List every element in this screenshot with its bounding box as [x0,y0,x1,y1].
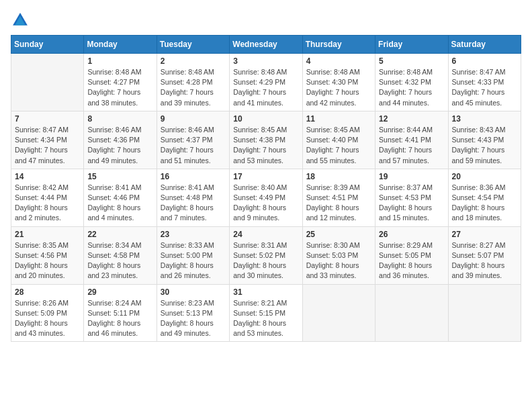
calendar-cell: 1Sunrise: 8:48 AM Sunset: 4:27 PM Daylig… [84,54,157,111]
day-of-week-header: Saturday [448,36,521,54]
calendar-cell: 2Sunrise: 8:48 AM Sunset: 4:28 PM Daylig… [157,54,229,111]
day-info: Sunrise: 8:36 AM Sunset: 4:54 PM Dayligh… [452,183,517,224]
day-info: Sunrise: 8:48 AM Sunset: 4:29 PM Dayligh… [233,67,298,108]
day-info: Sunrise: 8:44 AM Sunset: 4:41 PM Dayligh… [379,125,444,166]
day-number: 11 [306,114,371,124]
calendar-cell [375,284,448,342]
calendar-cell: 3Sunrise: 8:48 AM Sunset: 4:29 PM Daylig… [230,54,302,111]
day-of-week-header: Wednesday [230,36,302,54]
day-info: Sunrise: 8:43 AM Sunset: 4:43 PM Dayligh… [452,125,517,166]
day-info: Sunrise: 8:47 AM Sunset: 4:33 PM Dayligh… [452,67,517,108]
day-number: 18 [306,172,371,181]
day-number: 23 [161,230,226,239]
day-info: Sunrise: 8:31 AM Sunset: 5:02 PM Dayligh… [233,240,298,281]
day-number: 22 [87,230,152,239]
day-number: 28 [15,287,80,297]
calendar-cell: 20Sunrise: 8:36 AM Sunset: 4:54 PM Dayli… [448,169,521,226]
day-number: 15 [87,172,152,181]
day-number: 3 [233,56,298,66]
calendar-cell [448,284,521,342]
day-info: Sunrise: 8:45 AM Sunset: 4:38 PM Dayligh… [233,125,298,166]
day-info: Sunrise: 8:27 AM Sunset: 5:07 PM Dayligh… [452,240,517,281]
day-info: Sunrise: 8:33 AM Sunset: 5:00 PM Dayligh… [161,240,226,281]
calendar-cell: 4Sunrise: 8:48 AM Sunset: 4:30 PM Daylig… [302,54,375,111]
day-of-week-header: Thursday [302,36,375,54]
day-number: 1 [87,56,152,66]
calendar-cell: 29Sunrise: 8:24 AM Sunset: 5:11 PM Dayli… [84,284,157,342]
calendar-week-row: 7Sunrise: 8:47 AM Sunset: 4:34 PM Daylig… [11,111,521,169]
logo [11,11,32,30]
calendar-cell: 9Sunrise: 8:46 AM Sunset: 4:37 PM Daylig… [157,111,229,169]
calendar-table: SundayMondayTuesdayWednesdayThursdayFrid… [11,35,521,342]
calendar-cell: 6Sunrise: 8:47 AM Sunset: 4:33 PM Daylig… [448,54,521,111]
day-info: Sunrise: 8:37 AM Sunset: 4:53 PM Dayligh… [379,183,444,224]
page-header [11,11,521,30]
calendar-week-row: 28Sunrise: 8:26 AM Sunset: 5:09 PM Dayli… [11,284,521,342]
day-number: 26 [379,230,444,239]
calendar-header-row: SundayMondayTuesdayWednesdayThursdayFrid… [11,36,521,54]
day-info: Sunrise: 8:41 AM Sunset: 4:46 PM Dayligh… [87,183,152,224]
day-info: Sunrise: 8:45 AM Sunset: 4:40 PM Dayligh… [306,125,371,166]
day-number: 8 [87,114,152,124]
day-info: Sunrise: 8:48 AM Sunset: 4:27 PM Dayligh… [87,67,152,108]
day-number: 14 [15,172,80,181]
calendar-cell: 27Sunrise: 8:27 AM Sunset: 5:07 PM Dayli… [448,226,521,284]
day-number: 9 [161,114,226,124]
day-number: 24 [233,230,298,239]
day-number: 13 [452,114,517,124]
day-info: Sunrise: 8:30 AM Sunset: 5:03 PM Dayligh… [306,240,371,281]
day-info: Sunrise: 8:21 AM Sunset: 5:15 PM Dayligh… [233,298,298,339]
calendar-cell: 15Sunrise: 8:41 AM Sunset: 4:46 PM Dayli… [84,169,157,226]
calendar-cell: 22Sunrise: 8:34 AM Sunset: 4:58 PM Dayli… [84,226,157,284]
day-info: Sunrise: 8:39 AM Sunset: 4:51 PM Dayligh… [306,183,371,224]
calendar-cell: 24Sunrise: 8:31 AM Sunset: 5:02 PM Dayli… [230,226,302,284]
day-info: Sunrise: 8:48 AM Sunset: 4:32 PM Dayligh… [379,67,444,108]
calendar-cell: 18Sunrise: 8:39 AM Sunset: 4:51 PM Dayli… [302,169,375,226]
calendar-cell: 12Sunrise: 8:44 AM Sunset: 4:41 PM Dayli… [375,111,448,169]
day-info: Sunrise: 8:26 AM Sunset: 5:09 PM Dayligh… [15,298,80,339]
day-number: 25 [306,230,371,239]
day-number: 31 [233,287,298,297]
calendar-cell: 19Sunrise: 8:37 AM Sunset: 4:53 PM Dayli… [375,169,448,226]
day-number: 7 [15,114,80,124]
calendar-week-row: 21Sunrise: 8:35 AM Sunset: 4:56 PM Dayli… [11,226,521,284]
day-number: 5 [379,56,444,66]
calendar-cell [11,54,84,111]
calendar-cell: 28Sunrise: 8:26 AM Sunset: 5:09 PM Dayli… [11,284,84,342]
day-info: Sunrise: 8:48 AM Sunset: 4:30 PM Dayligh… [306,67,371,108]
calendar-cell: 16Sunrise: 8:41 AM Sunset: 4:48 PM Dayli… [157,169,229,226]
day-number: 6 [452,56,517,66]
day-info: Sunrise: 8:24 AM Sunset: 5:11 PM Dayligh… [87,298,152,339]
day-number: 20 [452,172,517,181]
calendar-week-row: 1Sunrise: 8:48 AM Sunset: 4:27 PM Daylig… [11,54,521,111]
calendar-cell [302,284,375,342]
day-number: 16 [161,172,226,181]
calendar-cell: 14Sunrise: 8:42 AM Sunset: 4:44 PM Dayli… [11,169,84,226]
calendar-cell: 11Sunrise: 8:45 AM Sunset: 4:40 PM Dayli… [302,111,375,169]
calendar-cell: 31Sunrise: 8:21 AM Sunset: 5:15 PM Dayli… [230,284,302,342]
day-number: 21 [15,230,80,239]
calendar-cell: 10Sunrise: 8:45 AM Sunset: 4:38 PM Dayli… [230,111,302,169]
calendar-cell: 13Sunrise: 8:43 AM Sunset: 4:43 PM Dayli… [448,111,521,169]
day-number: 27 [452,230,517,239]
day-number: 10 [233,114,298,124]
day-number: 19 [379,172,444,181]
calendar-cell: 23Sunrise: 8:33 AM Sunset: 5:00 PM Dayli… [157,226,229,284]
logo-icon [11,11,30,30]
day-info: Sunrise: 8:35 AM Sunset: 4:56 PM Dayligh… [15,240,80,281]
calendar-cell: 21Sunrise: 8:35 AM Sunset: 4:56 PM Dayli… [11,226,84,284]
calendar-cell: 7Sunrise: 8:47 AM Sunset: 4:34 PM Daylig… [11,111,84,169]
day-of-week-header: Sunday [11,36,84,54]
day-info: Sunrise: 8:34 AM Sunset: 4:58 PM Dayligh… [87,240,152,281]
day-info: Sunrise: 8:46 AM Sunset: 4:36 PM Dayligh… [87,125,152,166]
calendar-cell: 30Sunrise: 8:23 AM Sunset: 5:13 PM Dayli… [157,284,229,342]
day-number: 12 [379,114,444,124]
calendar-cell: 26Sunrise: 8:29 AM Sunset: 5:05 PM Dayli… [375,226,448,284]
calendar-cell: 25Sunrise: 8:30 AM Sunset: 5:03 PM Dayli… [302,226,375,284]
calendar-cell: 8Sunrise: 8:46 AM Sunset: 4:36 PM Daylig… [84,111,157,169]
calendar-cell: 17Sunrise: 8:40 AM Sunset: 4:49 PM Dayli… [230,169,302,226]
calendar-week-row: 14Sunrise: 8:42 AM Sunset: 4:44 PM Dayli… [11,169,521,226]
day-of-week-header: Friday [375,36,448,54]
day-number: 2 [161,56,226,66]
day-number: 29 [87,287,152,297]
